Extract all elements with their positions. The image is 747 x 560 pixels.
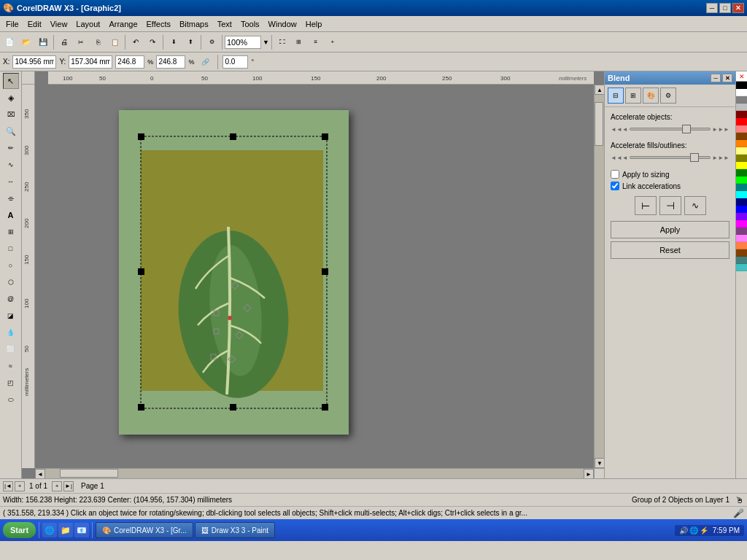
select-tool[interactable]: ↖ (3, 73, 19, 89)
prev-page-button[interactable]: + (15, 481, 25, 491)
color-swatch-darkbrown[interactable] (736, 249, 747, 257)
close-button[interactable]: ✕ (732, 3, 744, 13)
color-swatch-salmon[interactable] (736, 242, 747, 249)
color-swatch-orange[interactable] (736, 140, 747, 147)
color-swatch-navy[interactable] (736, 198, 747, 206)
quicklaunch-ie[interactable]: 🌐 (42, 523, 57, 537)
color-swatch-silver[interactable] (736, 104, 747, 111)
scroll-up-button[interactable]: ▲ (595, 85, 604, 95)
color-swatch-black[interactable] (736, 82, 747, 89)
extrude-tool[interactable]: ◰ (3, 375, 19, 391)
quicklaunch-email[interactable]: 📧 (74, 523, 89, 537)
options-button[interactable]: ⚙ (204, 34, 220, 50)
dynamic-guide[interactable]: + (325, 34, 341, 50)
menu-text[interactable]: Text (213, 18, 236, 30)
menu-file[interactable]: File (1, 18, 23, 30)
menu-help[interactable]: Help (301, 18, 327, 30)
scroll-right-button[interactable]: ► (584, 469, 594, 478)
menu-layout[interactable]: Layout (71, 18, 104, 30)
export-button[interactable]: ⬆ (182, 34, 198, 50)
color-swatch-pink[interactable] (736, 125, 747, 133)
angle-input[interactable] (222, 55, 248, 69)
undo-button[interactable]: ↶ (128, 34, 144, 50)
blend-icon-steps[interactable]: ⊟ (608, 88, 624, 104)
eyedropper-tool[interactable]: 💧 (3, 324, 19, 341)
blend-close-button[interactable]: ✕ (722, 74, 732, 82)
lock-ratio-button[interactable]: 🔗 (197, 54, 213, 70)
color-swatch-maroon[interactable] (736, 111, 747, 118)
blend-icon-misc[interactable]: ⚙ (660, 88, 676, 104)
color-swatch-brown[interactable] (736, 133, 747, 140)
color-swatch-white[interactable] (736, 89, 747, 96)
no-fill-swatch[interactable]: ✕ (736, 71, 747, 82)
color-swatch-cyan[interactable] (736, 191, 747, 198)
rect-tool[interactable]: □ (3, 241, 19, 257)
reset-button[interactable]: Reset (611, 241, 729, 259)
color-swatch-green[interactable] (736, 169, 747, 176)
color-swatch-yellow[interactable] (736, 162, 747, 169)
blend-icon-color[interactable]: 🎨 (643, 88, 659, 104)
spiral-tool[interactable]: @ (3, 291, 19, 307)
link-accelerations-checkbox-row[interactable]: Link accelerations (611, 182, 729, 190)
scroll-thumb-v[interactable] (595, 102, 603, 146)
outline-tool[interactable]: ⬜ (3, 341, 19, 357)
import-button[interactable]: ⬇ (166, 34, 182, 50)
menu-arrange[interactable]: Arrange (104, 18, 142, 30)
color-swatch-lime[interactable] (736, 176, 747, 184)
paste-button[interactable]: 📋 (107, 34, 123, 50)
menu-bitmaps[interactable]: Bitmaps (175, 18, 213, 30)
table-tool[interactable]: ⊞ (3, 224, 19, 240)
freehand-tool[interactable]: ✏ (3, 140, 19, 156)
print-button[interactable]: 🖨 (56, 34, 72, 50)
color-swatch-red[interactable] (736, 118, 747, 125)
smart-draw-tool[interactable]: ∿ (3, 157, 19, 173)
redo-button[interactable]: ↷ (144, 34, 160, 50)
shape-tool[interactable]: ◈ (3, 90, 19, 106)
zoom-dropdown-icon[interactable]: ▼ (263, 39, 269, 46)
menu-effects[interactable]: Effects (142, 18, 175, 30)
last-page-button[interactable]: ►| (63, 481, 74, 491)
blend-path-button[interactable]: ∿ (684, 196, 706, 215)
slider1-thumb[interactable] (682, 125, 691, 133)
color-swatch-gray[interactable] (736, 96, 747, 104)
first-page-button[interactable]: |◄ (3, 481, 13, 491)
menu-view[interactable]: View (46, 18, 72, 30)
zoom-input[interactable] (225, 36, 261, 49)
menu-tools[interactable]: Tools (236, 18, 264, 30)
height-input[interactable] (156, 55, 185, 69)
menu-edit[interactable]: Edit (23, 18, 46, 30)
taskbar-item-coreldraw[interactable]: 🎨 CorelDRAW X3 - [Gr... (96, 522, 193, 538)
new-button[interactable]: 📄 (1, 34, 18, 50)
align-button[interactable]: ≡ (308, 34, 324, 50)
x-input[interactable] (12, 55, 56, 69)
blend-minimize-button[interactable]: ─ (711, 74, 721, 82)
snap-button[interactable]: ⊞ (291, 34, 307, 50)
width-input[interactable] (115, 55, 144, 69)
color-swatch-lightyellow[interactable] (736, 147, 747, 155)
save-button[interactable]: 💾 (35, 34, 51, 50)
slider1-track-container[interactable] (630, 124, 711, 134)
taskbar-item-paint[interactable]: 🖼 Draw X3 3 - Paint (195, 522, 275, 538)
blend-start-object-button[interactable]: ⊢ (635, 196, 657, 215)
color-swatch-blue[interactable] (736, 206, 747, 213)
maximize-button[interactable]: □ (719, 3, 731, 13)
link-accelerations-checkbox[interactable] (611, 182, 619, 190)
y-input[interactable] (69, 55, 112, 69)
color-swatch-steelblue[interactable] (736, 257, 747, 264)
scroll-left-button[interactable]: ◄ (35, 469, 45, 478)
cut-button[interactable]: ✂ (73, 34, 89, 50)
copy-button[interactable]: ⎘ (90, 34, 106, 50)
blend-tool[interactable]: ≈ (3, 358, 19, 374)
slider2-thumb[interactable] (690, 153, 699, 162)
start-button[interactable]: Start (3, 522, 36, 538)
color-swatch-purple2[interactable] (736, 213, 747, 220)
color-swatch-magenta[interactable] (736, 220, 747, 228)
canvas-container[interactable] (35, 85, 594, 468)
color-swatch-violet[interactable] (736, 235, 747, 242)
minimize-button[interactable]: ─ (706, 3, 718, 13)
fullscreen-button[interactable]: ⛶ (274, 34, 290, 50)
apply-button[interactable]: Apply (611, 221, 729, 238)
menu-window[interactable]: Window (264, 18, 301, 30)
connector-tool[interactable]: ⌯ (3, 190, 19, 206)
color-swatch-purple3[interactable] (736, 228, 747, 235)
